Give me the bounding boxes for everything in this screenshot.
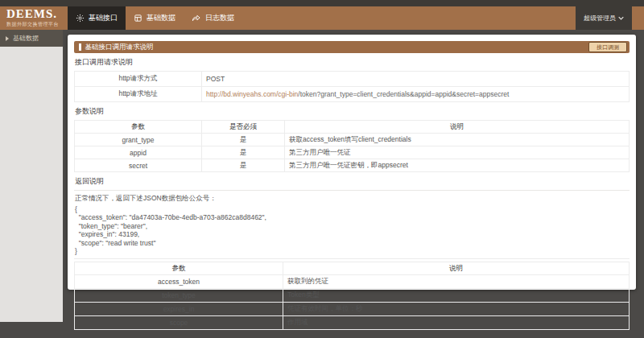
params-section-label: 参数说明	[74, 102, 630, 120]
sidebar: 基础数据	[0, 30, 63, 322]
param-name: grant_type	[75, 134, 202, 146]
response-json-sample: { "access_token": "da47403a-70be-4edb-a7…	[74, 204, 630, 259]
tab-basic-data[interactable]: 基础数据	[126, 6, 184, 30]
field-desc: 凭证有效时间，单位：秒	[283, 303, 630, 316]
table-header-row: 参数 是否必须 说明	[75, 121, 630, 134]
response-section-label: 返回说明	[74, 172, 630, 191]
field-desc: 获取到的凭证	[283, 275, 630, 289]
table-row: http请求方式 POST	[75, 72, 630, 87]
gear-icon	[76, 14, 85, 23]
params-table: 参数 是否必须 说明 grant_type 是 获取access_token填写…	[74, 120, 630, 172]
tab-basic-interface[interactable]: 基础接口	[68, 6, 126, 30]
panel-title-bar: 基础接口调用请求说明 接口调测	[74, 41, 630, 53]
table-row: scope 作用域	[75, 316, 630, 330]
col-header-required: 是否必须	[202, 121, 285, 134]
request-url-cell: http://bd.winyeahs.com/cgi-bin/token?gra…	[202, 87, 630, 102]
request-row-name: http请求方式	[75, 72, 202, 87]
user-menu[interactable]: 超级管理员	[576, 6, 632, 30]
chevron-down-icon	[618, 14, 624, 22]
api-debug-button[interactable]: 接口调测	[588, 42, 627, 52]
request-table: http请求方式 POST http请求地址 http://bd.winyeah…	[74, 71, 630, 102]
request-url-link[interactable]: http://bd.winyeahs.com/cgi-bin	[206, 90, 298, 98]
request-section-label: 接口调用请求说明	[74, 53, 630, 71]
title-marker	[79, 43, 81, 51]
sidebar-item-basic-data[interactable]: 基础数据	[0, 30, 63, 47]
json-line: "access_token": "da47403a-70be-4edb-a703…	[75, 213, 629, 221]
request-url-query: /token?grant_type=client_credentials&app…	[298, 90, 509, 98]
triangle-right-icon	[6, 36, 9, 41]
json-line: }	[75, 247, 629, 255]
tab-label: 日志数据	[205, 13, 234, 23]
tab-label: 基础接口	[89, 13, 118, 23]
user-menu-label: 超级管理员	[584, 14, 616, 23]
json-line: "expires_in": 43199,	[75, 230, 629, 238]
response-fields-table: 参数 说明 access_token 获取到的凭证 token_type Tok…	[74, 262, 630, 330]
json-line: "token_type": "bearer",	[75, 222, 629, 230]
panel-title: 基础接口调用请求说明	[85, 43, 154, 52]
param-required: 是	[202, 159, 285, 172]
table-row: access_token 获取到的凭证	[75, 275, 630, 289]
sidebar-item-label: 基础数据	[13, 34, 39, 43]
request-row-value: POST	[202, 72, 630, 87]
tab-label: 基础数据	[147, 13, 175, 23]
grid-icon	[134, 14, 142, 23]
field-name: scope	[75, 316, 283, 330]
field-desc: 作用域	[283, 316, 630, 330]
col-header-param: 参数	[75, 262, 283, 275]
col-header-desc: 说明	[283, 262, 630, 275]
table-row: grant_type 是 获取access_token填写client_cred…	[75, 134, 630, 146]
table-header-row: 参数 说明	[75, 262, 630, 275]
top-strip	[0, 0, 644, 6]
main-navbar: DEEMS. 数据外部交换管理平台 基础接口 基础数据	[0, 6, 644, 30]
brand-name: DEEMS.	[6, 8, 68, 20]
col-header-desc: 说明	[285, 121, 630, 134]
param-required: 是	[202, 134, 285, 146]
table-row: http请求地址 http://bd.winyeahs.com/cgi-bin/…	[75, 87, 630, 102]
param-required: 是	[202, 146, 285, 159]
table-row: appid 是 第三方用户唯一凭证	[75, 146, 630, 159]
tab-log-data[interactable]: 日志数据	[184, 6, 242, 30]
nav-tabs: 基础接口 基础数据 日志数据	[68, 6, 242, 30]
field-desc: Token类型	[283, 289, 630, 303]
param-desc: 获取access_token填写client_credentials	[285, 134, 630, 146]
table-row: expires_in 凭证有效时间，单位：秒	[75, 303, 630, 316]
brand-tagline: 数据外部交换管理平台	[6, 21, 68, 28]
col-header-param: 参数	[75, 121, 202, 134]
field-name: token_type	[75, 289, 283, 303]
content-panel: 基础接口调用请求说明 接口调测 接口调用请求说明 http请求方式 POST h…	[68, 35, 636, 290]
brand-logo[interactable]: DEEMS. 数据外部交换管理平台	[0, 6, 68, 30]
param-desc: 第三方用户唯一凭证	[285, 146, 630, 159]
param-desc: 第三方用户唯一凭证密钥，即appsecret	[285, 159, 630, 172]
field-name: access_token	[75, 275, 283, 289]
json-line: "scope": "read write trust"	[75, 239, 629, 247]
json-line: {	[75, 205, 629, 213]
request-row-name: http请求地址	[75, 87, 202, 102]
field-name: expires_in	[75, 303, 283, 316]
response-intro: 正常情况下，返回下述JSON数据包给公众号：	[74, 191, 630, 204]
share-icon	[192, 14, 201, 23]
param-name: secret	[75, 159, 202, 172]
table-row: secret 是 第三方用户唯一凭证密钥，即appsecret	[75, 159, 630, 172]
table-row: token_type Token类型	[75, 289, 630, 303]
param-name: appid	[75, 146, 202, 159]
